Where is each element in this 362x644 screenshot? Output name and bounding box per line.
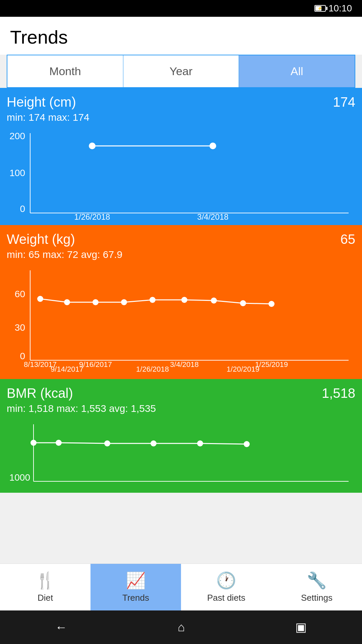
back-button[interactable]: ← <box>55 620 67 634</box>
trends-icon: 📈 <box>126 571 146 590</box>
svg-text:1/26/2018: 1/26/2018 <box>74 212 110 220</box>
height-chart-svg-wrap: 200 100 0 1/26/2018 3/4/2018 <box>7 126 355 222</box>
svg-point-38 <box>197 440 203 446</box>
nav-diet-label: Diet <box>38 593 53 603</box>
svg-text:9/16/2017: 9/16/2017 <box>79 360 112 369</box>
svg-point-37 <box>150 440 157 446</box>
weight-chart-card: Weight (kg) 65 min: 65 max: 72 avg: 67.9… <box>0 225 362 379</box>
nav-diet[interactable]: 🍴 Diet <box>0 564 90 610</box>
svg-point-16 <box>64 299 70 305</box>
weight-chart-stats: min: 65 max: 72 avg: 67.9 <box>7 249 355 260</box>
home-button[interactable]: ⌂ <box>178 620 185 634</box>
weight-chart-header: Weight (kg) 65 <box>7 232 355 247</box>
tab-month[interactable]: Month <box>7 55 123 87</box>
tab-bar: Month Year All <box>7 55 355 88</box>
charts-area: Height (cm) 174 min: 174 max: 174 200 10… <box>0 88 362 564</box>
bmr-chart-stats: min: 1,518 max: 1,553 avg: 1,535 <box>7 403 355 414</box>
nav-trends-label: Trends <box>122 593 149 603</box>
weight-chart-svg: 60 30 0 8/13/2017 <box>7 264 355 374</box>
bmr-chart-title: BMR (kcal) <box>7 386 73 401</box>
svg-text:60: 60 <box>15 289 25 299</box>
diet-icon: 🍴 <box>35 571 55 590</box>
svg-point-15 <box>37 296 43 302</box>
bmr-chart-card: BMR (kcal) 1,518 min: 1,518 max: 1,553 a… <box>0 379 362 493</box>
past-diets-icon: 🕐 <box>216 571 236 590</box>
height-chart-svg: 200 100 0 1/26/2018 3/4/2018 <box>7 126 355 220</box>
status-bar: ⚡ 10:10 <box>0 0 362 17</box>
settings-icon: 🔧 <box>307 571 327 590</box>
svg-text:9/14/2017: 9/14/2017 <box>51 365 83 373</box>
svg-point-7 <box>209 143 216 149</box>
nav-settings[interactable]: 🔧 Settings <box>272 564 362 610</box>
svg-text:3/4/2018: 3/4/2018 <box>170 360 199 369</box>
svg-text:30: 30 <box>15 322 25 333</box>
svg-point-21 <box>211 298 217 304</box>
svg-point-22 <box>240 300 246 306</box>
height-chart-stats: min: 174 max: 174 <box>7 112 355 123</box>
svg-point-17 <box>93 299 99 305</box>
system-nav: ← ⌂ ▣ <box>0 610 362 644</box>
height-chart-card: Height (cm) 174 min: 174 max: 174 200 10… <box>0 88 362 225</box>
svg-point-18 <box>121 299 127 305</box>
svg-text:0: 0 <box>20 351 25 361</box>
bmr-chart-current: 1,518 <box>322 386 355 401</box>
bmr-chart-header: BMR (kcal) 1,518 <box>7 386 355 401</box>
svg-text:200: 200 <box>9 131 25 141</box>
svg-point-6 <box>89 143 96 149</box>
status-time: 10:10 <box>328 3 352 14</box>
svg-text:0: 0 <box>20 204 25 214</box>
battery-icon: ⚡ <box>314 5 326 12</box>
svg-point-34 <box>31 440 37 446</box>
svg-point-23 <box>268 301 275 307</box>
nav-trends[interactable]: 📈 Trends <box>90 564 181 610</box>
svg-text:1000: 1000 <box>9 472 30 483</box>
svg-point-36 <box>104 440 110 446</box>
nav-settings-label: Settings <box>301 593 333 603</box>
svg-point-35 <box>56 440 62 446</box>
tab-year[interactable]: Year <box>123 55 239 87</box>
recent-button[interactable]: ▣ <box>295 620 307 634</box>
page-title: Trends <box>10 26 68 48</box>
svg-point-20 <box>181 297 187 303</box>
bmr-chart-svg: 1000 <box>7 418 355 488</box>
bottom-nav: 🍴 Diet 📈 Trends 🕐 Past diets 🔧 Settings <box>0 564 362 610</box>
svg-text:3/4/2018: 3/4/2018 <box>197 212 228 220</box>
weight-chart-current: 65 <box>341 232 356 247</box>
weight-chart-svg-wrap: 60 30 0 8/13/2017 <box>7 264 355 376</box>
weight-chart-title: Weight (kg) <box>7 232 75 247</box>
height-chart-header: Height (cm) 174 <box>7 95 355 110</box>
svg-text:100: 100 <box>9 168 25 178</box>
tab-all[interactable]: All <box>239 55 355 87</box>
svg-point-39 <box>244 441 250 447</box>
height-chart-current: 174 <box>333 95 355 110</box>
app-header: Trends <box>0 17 362 55</box>
nav-past-diets[interactable]: 🕐 Past diets <box>181 564 272 610</box>
nav-past-diets-label: Past diets <box>207 593 245 603</box>
height-chart-title: Height (cm) <box>7 95 76 110</box>
bmr-chart-svg-wrap: 1000 <box>7 418 355 489</box>
svg-text:1/26/2018: 1/26/2018 <box>136 365 169 373</box>
svg-text:1/20/2019: 1/20/2019 <box>227 365 259 373</box>
svg-point-19 <box>149 297 156 303</box>
svg-text:1/25/2019: 1/25/2019 <box>255 360 288 369</box>
